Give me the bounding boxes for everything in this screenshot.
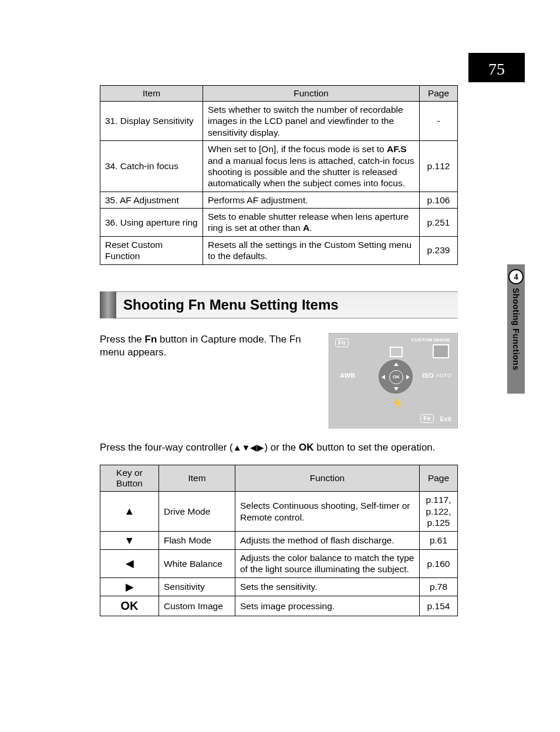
- cell-page: p.112: [420, 141, 458, 192]
- table-header: Function: [235, 465, 420, 492]
- table-header: Item: [159, 465, 235, 492]
- heading-accent: [100, 291, 116, 318]
- cell-item: Custom Image: [159, 596, 235, 616]
- intro-text-2: Press the four-way controller (▲▼◀▶) or …: [100, 441, 458, 455]
- cell-function: Selects Continuous shooting, Self-timer …: [235, 492, 420, 531]
- custom-image-label: CUSTOM IMAGE: [411, 337, 450, 343]
- section-tab: 4 Shooting Functions: [507, 264, 525, 394]
- cell-function: Adjusts the color balance to match the t…: [235, 550, 420, 578]
- cell-function: Sets to enable shutter release when lens…: [203, 209, 420, 237]
- fn-menu-table: Key or Button Item Function Page ▲ Drive…: [100, 465, 458, 616]
- fn-menu-illustration: Fn CUSTOM IMAGE AWB OK ISO AUTO ⚡ Fn Exi…: [329, 333, 458, 428]
- custom-image-icon: [433, 344, 449, 358]
- flash-icon: ⚡: [392, 397, 403, 408]
- ok-center: OK: [389, 370, 403, 384]
- table-row: 34. Catch-in focus When set to [On], if …: [100, 141, 458, 192]
- left-arrow-icon: [382, 375, 385, 380]
- cell-page: p.160: [420, 550, 458, 578]
- nav-controller-icon: OK: [379, 360, 413, 394]
- table-header: Function: [203, 86, 420, 102]
- cell-function: Sets image processing.: [235, 596, 420, 616]
- table-header: Key or Button: [100, 465, 159, 492]
- cell-function: Resets all the settings in the Custom Se…: [203, 236, 420, 264]
- section-heading-block: Shooting Fn Menu Setting Items: [100, 291, 458, 318]
- custom-settings-table: Item Function Page 31. Display Sensitivi…: [100, 85, 458, 265]
- cell-page: p.78: [420, 577, 458, 596]
- down-arrow-icon: [394, 387, 399, 391]
- table-row: 36. Using aperture ring Sets to enable s…: [100, 209, 458, 237]
- cell-page: p.117, p.122, p.125: [420, 492, 458, 531]
- cell-function: Adjusts the method of flash discharge.: [235, 531, 420, 550]
- cell-page: p.251: [420, 209, 458, 237]
- table-row: ▶ Sensitivity Sets the sensitivity. p.78: [100, 577, 458, 596]
- exit-fn-badge: Fn: [420, 414, 434, 423]
- cell-item: Reset Custom Function: [100, 236, 203, 264]
- key-right-icon: ▶: [100, 577, 159, 596]
- table-row: OK Custom Image Sets image processing. p…: [100, 596, 458, 616]
- cell-item: 31. Display Sensitivity: [100, 102, 203, 141]
- intro-text-1: Press the Fn button in Capture mode. The…: [100, 333, 317, 360]
- cell-page: p.154: [420, 596, 458, 616]
- fn-badge: Fn: [335, 338, 349, 347]
- cell-function: Sets the sensitivity.: [235, 577, 420, 596]
- up-arrow-icon: [394, 362, 399, 366]
- cell-function: Sets whether to switch the number of rec…: [203, 102, 420, 141]
- cell-item: 36. Using aperture ring: [100, 209, 203, 237]
- iso-label: ISO: [422, 372, 434, 379]
- cell-item: Sensitivity: [159, 577, 235, 596]
- table-header: Item: [100, 86, 203, 102]
- cell-page: -: [420, 102, 458, 141]
- table-row: 31. Display Sensitivity Sets whether to …: [100, 102, 458, 141]
- key-ok-icon: OK: [100, 596, 159, 616]
- cell-item: 35. AF Adjustment: [100, 192, 203, 208]
- table-row: 35. AF Adjustment Performs AF adjustment…: [100, 192, 458, 208]
- section-heading: Shooting Fn Menu Setting Items: [116, 291, 458, 318]
- cell-page: p.106: [420, 192, 458, 208]
- table-header: Page: [420, 465, 458, 492]
- key-up-icon: ▲: [100, 492, 159, 531]
- key-left-icon: ◀: [100, 550, 159, 578]
- cell-item: Drive Mode: [159, 492, 235, 531]
- cell-page: p.61: [420, 531, 458, 550]
- table-row: Reset Custom Function Resets all the set…: [100, 236, 458, 264]
- cell-function: Performs AF adjustment.: [203, 192, 420, 208]
- table-row: ▼ Flash Mode Adjusts the method of flash…: [100, 531, 458, 550]
- awb-label: AWB: [340, 372, 356, 379]
- page-number: 75: [468, 53, 525, 82]
- cell-item: Flash Mode: [159, 531, 235, 550]
- cell-item: 34. Catch-in focus: [100, 141, 203, 192]
- cell-page: p.239: [420, 236, 458, 264]
- exit-label: Exit: [440, 416, 451, 422]
- table-header: Page: [420, 86, 458, 102]
- auto-label: AUTO: [436, 372, 451, 378]
- cell-item: White Balance: [159, 550, 235, 578]
- right-arrow-icon: [406, 375, 410, 380]
- table-row: ▲ Drive Mode Selects Continuous shooting…: [100, 492, 458, 531]
- section-title: Shooting Functions: [511, 288, 521, 370]
- cell-function: When set to [On], if the focus mode is s…: [203, 141, 420, 192]
- key-down-icon: ▼: [100, 531, 159, 550]
- table-row: ◀ White Balance Adjusts the color balanc…: [100, 550, 458, 578]
- top-icon: [390, 347, 403, 357]
- section-number: 4: [508, 269, 524, 284]
